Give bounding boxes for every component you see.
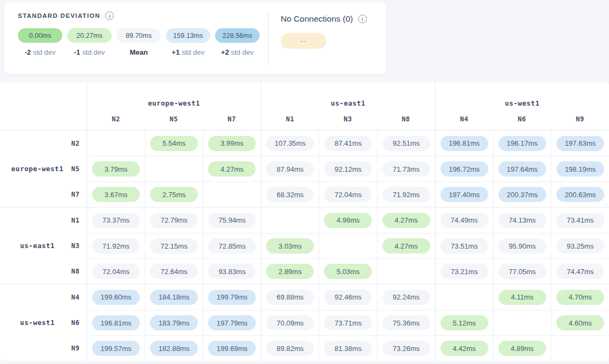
latency-pill[interactable]: 5.12ms xyxy=(440,315,488,330)
latency-cell-n3-col2: 72.15ms xyxy=(145,233,203,258)
latency-pill[interactable]: 73.71ms xyxy=(324,315,372,330)
latency-pill[interactable]: 199.79ms xyxy=(208,290,256,305)
latency-pill[interactable]: 3.67ms xyxy=(92,187,140,202)
latency-pill[interactable]: 71.92ms xyxy=(383,187,430,202)
latency-pill[interactable]: 199.69ms xyxy=(208,341,256,356)
latency-pill[interactable]: 73.41ms xyxy=(556,213,604,228)
latency-pill[interactable]: 5.03ms xyxy=(324,264,372,279)
latency-pill[interactable]: 182.88ms xyxy=(150,341,198,356)
latency-pill[interactable]: 107.35ms xyxy=(266,136,314,151)
latency-pill[interactable]: 200.37ms xyxy=(498,187,546,202)
latency-cell-n3-col6: 4.27ms xyxy=(377,233,435,258)
latency-cell-n9-col4: 89.82ms xyxy=(261,335,319,361)
latency-cell-n7-col1: 3.67ms xyxy=(87,181,145,207)
latency-pill[interactable]: 69.88ms xyxy=(266,290,314,305)
latency-cell-n2-col8: 196.17ms xyxy=(493,131,551,156)
legend-pill-mean: 89.70ms xyxy=(116,28,161,43)
latency-pill[interactable]: 93.83ms xyxy=(208,264,256,279)
col-header-n2: N2 xyxy=(87,108,145,130)
latency-cell-n8-col7: 73.21ms xyxy=(435,258,493,284)
legend-pill-+2: 228.56ms xyxy=(215,28,260,43)
latency-pill[interactable]: 77.05ms xyxy=(498,264,546,279)
latency-cell-n5-col8: 197.64ms xyxy=(493,156,551,181)
latency-cell-n6-col6: 75.36ms xyxy=(377,310,435,335)
latency-cell-n8-col1: 72.04ms xyxy=(87,258,145,284)
std-dev-info-icon[interactable]: i xyxy=(105,11,114,20)
latency-pill[interactable]: 87.41ms xyxy=(324,136,372,151)
latency-pill[interactable]: 72.15ms xyxy=(150,238,198,253)
latency-pill[interactable]: 92.12ms xyxy=(324,161,372,177)
latency-pill[interactable]: 198.19ms xyxy=(556,161,604,177)
latency-pill[interactable]: 196.81ms xyxy=(440,136,488,151)
latency-pill[interactable]: 72.79ms xyxy=(150,213,198,228)
latency-pill[interactable]: 75.36ms xyxy=(383,315,430,330)
latency-pill[interactable]: 92.46ms xyxy=(324,290,372,305)
latency-pill[interactable]: 72.04ms xyxy=(92,264,140,279)
latency-pill[interactable]: 196.81ms xyxy=(92,315,140,330)
latency-cell-n5-col4: 87.94ms xyxy=(261,156,319,181)
latency-pill[interactable]: 4.27ms xyxy=(383,238,430,253)
latency-cell-n2-col1 xyxy=(87,131,145,156)
latency-pill[interactable]: 74.47ms xyxy=(556,264,604,279)
latency-pill[interactable]: 4.70ms xyxy=(556,290,604,305)
latency-pill[interactable]: 4.27ms xyxy=(383,213,430,228)
latency-pill[interactable]: 184.18ms xyxy=(150,290,198,305)
latency-pill[interactable]: 72.04ms xyxy=(324,187,372,202)
latency-pill[interactable]: 3.79ms xyxy=(92,161,140,177)
latency-pill[interactable]: 197.63ms xyxy=(556,136,604,151)
latency-pill[interactable]: 4.42ms xyxy=(440,341,488,356)
latency-pill[interactable]: 3.99ms xyxy=(208,136,256,151)
latency-pill[interactable]: 95.90ms xyxy=(498,238,546,253)
latency-pill[interactable]: 197.40ms xyxy=(440,187,488,202)
latency-cell-n5-col1: 3.79ms xyxy=(87,156,145,181)
latency-pill[interactable]: 197.64ms xyxy=(498,161,546,177)
latency-pill[interactable]: 2.89ms xyxy=(266,264,314,279)
latency-pill[interactable]: 81.38ms xyxy=(324,341,372,356)
latency-pill[interactable]: 73.21ms xyxy=(440,264,488,279)
latency-pill[interactable]: 73.37ms xyxy=(92,213,140,228)
latency-pill[interactable]: 74.49ms xyxy=(440,213,488,228)
latency-pill[interactable]: 68.32ms xyxy=(266,187,314,202)
std-dev-title: STANDARD DEVIATION xyxy=(18,12,100,19)
latency-pill[interactable]: 197.79ms xyxy=(208,315,256,330)
latency-pill[interactable]: 72.85ms xyxy=(208,238,256,253)
latency-pill[interactable]: 70.09ms xyxy=(266,315,314,330)
latency-pill[interactable]: 4.27ms xyxy=(208,161,256,177)
latency-cell-n4-col9: 4.70ms xyxy=(551,284,609,310)
latency-pill[interactable]: 71.92ms xyxy=(92,238,140,253)
latency-cell-n9-col1: 199.57ms xyxy=(87,335,145,361)
latency-pill[interactable]: 200.63ms xyxy=(556,187,604,202)
latency-pill[interactable]: 4.60ms xyxy=(556,315,604,330)
latency-pill[interactable]: 199.57ms xyxy=(92,341,140,356)
latency-pill[interactable]: 93.25ms xyxy=(556,238,604,253)
latency-pill[interactable]: 73.26ms xyxy=(383,341,430,356)
latency-pill[interactable]: 183.79ms xyxy=(150,315,198,330)
col-group-us-east1: us-east1 xyxy=(261,82,435,108)
latency-cell-n1-col7: 74.49ms xyxy=(435,207,493,233)
latency-pill[interactable]: 71.73ms xyxy=(383,161,430,177)
latency-pill[interactable]: 3.03ms xyxy=(266,238,314,253)
legend-pill--1: 20.27ms xyxy=(67,28,112,43)
latency-cell-n7-col7: 197.40ms xyxy=(435,181,493,207)
col-header-n9: N9 xyxy=(551,108,609,130)
latency-pill[interactable]: 4.98ms xyxy=(324,213,372,228)
latency-pill[interactable]: 196.17ms xyxy=(498,136,546,151)
latency-cell-n6-col5: 73.71ms xyxy=(319,310,377,335)
latency-pill[interactable]: 74.13ms xyxy=(498,213,546,228)
latency-pill[interactable]: 199.60ms xyxy=(92,290,140,305)
latency-pill[interactable]: 87.94ms xyxy=(266,161,314,177)
latency-pill[interactable]: 196.72ms xyxy=(440,161,488,177)
latency-pill[interactable]: 75.94ms xyxy=(208,213,256,228)
latency-pill[interactable]: 4.89ms xyxy=(498,341,546,356)
latency-pill[interactable]: 89.82ms xyxy=(266,341,314,356)
latency-pill[interactable]: 4.11ms xyxy=(498,290,546,305)
no-connections-info-icon[interactable]: i xyxy=(358,15,367,23)
latency-pill[interactable]: 2.75ms xyxy=(150,187,198,202)
latency-pill[interactable]: 92.51ms xyxy=(383,136,430,151)
latency-pill[interactable]: 92.24ms xyxy=(383,290,430,305)
matrix-row-n4: N4199.60ms184.18ms199.79ms69.88ms92.46ms… xyxy=(0,284,609,310)
latency-pill[interactable]: 5.54ms xyxy=(150,136,198,151)
latency-pill[interactable]: 72.64ms xyxy=(150,264,198,279)
col-header-n3: N3 xyxy=(319,108,377,130)
latency-pill[interactable]: 73.51ms xyxy=(440,238,488,253)
